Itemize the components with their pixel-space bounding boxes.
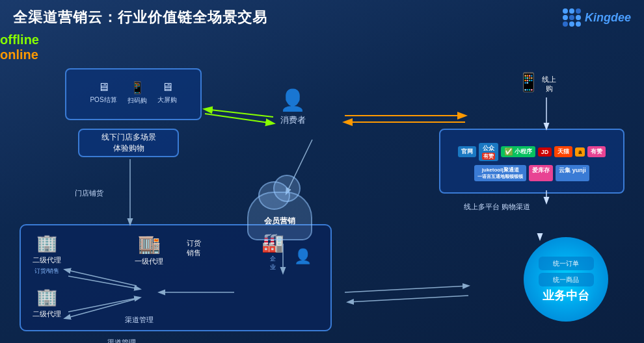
level1-label: 一级代理	[135, 257, 163, 266]
platform-jd: JD	[538, 147, 552, 157]
consumer: 👤 消费者	[280, 88, 306, 126]
level2-agent-a: 🏢 二级代理 订货/销售	[33, 233, 61, 275]
unified-order-box: 统一订单	[539, 257, 594, 270]
platform-yunji: 云集 yunji	[556, 165, 589, 181]
platform-wechat: ✅ 小程序	[501, 146, 535, 157]
multi-platform-label: 线上多平台 购物渠道	[464, 201, 530, 212]
biz-platform: 统一订单 统一商品 业务中台	[524, 237, 608, 322]
logo-dot	[563, 8, 568, 14]
qrcode-label: 扫码购	[127, 96, 147, 105]
order-sales-label-a: 订货/销售	[34, 267, 60, 275]
logo-dot	[576, 15, 581, 20]
logo-dot	[563, 21, 568, 27]
offline-devices-box: 🖥 POS结算 📱 扫码购 🖥 大屏购	[65, 68, 202, 120]
qrcode-icon: 📱	[130, 81, 144, 95]
online-platforms-box: 官网 公众有赞 ✅ 小程序 JD 天猫 a 有赞 juketool|聚通道一语言…	[439, 129, 624, 194]
pos-label: POS结算	[90, 95, 116, 105]
online-shopping-label: 线上购	[542, 75, 556, 94]
consumer-label: 消费者	[280, 114, 306, 126]
logo-dot	[569, 15, 574, 20]
multi-platform-text: 线上多平台 购物渠道	[464, 201, 530, 212]
logo-dots	[563, 8, 581, 27]
offline-label: offline	[0, 32, 644, 47]
bigscreen-label: 大屏购	[157, 95, 177, 105]
biz-to-enterprise	[348, 296, 468, 302]
logo-text: Kingdee	[585, 11, 631, 25]
online-label: online	[0, 47, 644, 62]
diagram: offline online 🖥 POS结算 📱 扫码购 🖥 大屏购 线下门店多…	[0, 32, 644, 343]
person-icon: 👤	[294, 248, 312, 265]
platform-tmall: 天猫	[554, 146, 572, 157]
logo-dot	[576, 21, 581, 27]
logo-dot	[569, 21, 574, 27]
building-icon-c: 🏢	[36, 287, 57, 307]
enterprise-text: 企业	[270, 255, 276, 272]
consumer-icon: 👤	[280, 88, 306, 112]
enterprise-person: 👤	[294, 248, 312, 265]
mobile-shopping-icon: 📱	[517, 71, 540, 93]
device-icons: 🖥 POS结算 📱 扫码购 🖥 大屏购	[90, 81, 176, 105]
store-experience-label: 线下门店多场景体验购物	[101, 132, 156, 154]
level1-agent: 🏬 一级代理	[135, 233, 163, 266]
building-icon-a: 🏢	[36, 233, 57, 253]
pos-icon-item: 🖥 POS结算	[90, 81, 116, 105]
unified-product-box: 统一商品	[539, 273, 594, 286]
platform-aiku: 爱库存	[529, 165, 553, 181]
logo-dot	[563, 15, 568, 20]
qudao-label: 渠道管理	[107, 338, 136, 343]
page-title: 全渠道营销云：行业价值链全场景交易	[13, 8, 267, 27]
enterprise-to-biz	[345, 286, 468, 292]
member-marketing-cloud: 会员营销	[247, 192, 312, 240]
logo-dot	[576, 8, 581, 14]
platform-jukutool: juketool|聚通道一语言互通地顺顿顿顿	[474, 165, 526, 181]
biz-platform-title: 业务中台	[543, 288, 589, 303]
store-experience-box: 线下门店多场景体验购物	[78, 129, 179, 157]
channel-mgmt-label: 渠道管理	[125, 315, 154, 325]
bigscreen-icon: 🖥	[161, 81, 173, 94]
header: 全渠道营销云：行业价值链全场景交易 Kingdee	[0, 0, 644, 32]
pos-icon: 🖥	[98, 81, 109, 94]
building-icon-b: 🏬	[138, 233, 161, 255]
offline-arrow	[205, 109, 273, 117]
level2-agent-b: 🏢 二级代理	[33, 287, 61, 319]
qrcode-icon-item: 📱 扫码购	[127, 81, 147, 105]
store-goods-label: 门店铺货	[75, 188, 103, 198]
order-label: 订货销售	[187, 238, 201, 258]
member-marketing-label: 会员营销	[264, 216, 295, 227]
logo-dot	[569, 8, 574, 14]
platform-youzan2: 有赞	[587, 146, 606, 157]
logo: Kingdee	[563, 8, 631, 27]
platform-gongzhong: 公众有赞	[479, 143, 498, 161]
bigscreen-icon-item: 🖥 大屏购	[157, 81, 177, 105]
platform-amazon: a	[575, 147, 585, 157]
platform-guanwang: 官网	[458, 146, 476, 157]
level2-label-a: 二级代理	[33, 255, 61, 265]
level2-label-b: 二级代理	[33, 309, 61, 319]
offline-arrow-reverse	[205, 114, 273, 123]
